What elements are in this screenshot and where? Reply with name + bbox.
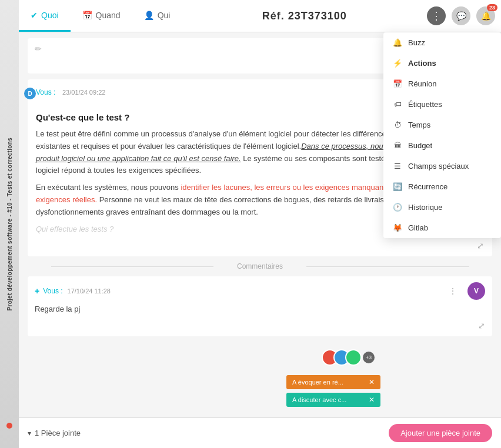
quoi-check-icon: ✔ xyxy=(31,11,38,20)
qui-user-icon: 👤 xyxy=(144,11,154,20)
tab-quoi[interactable]: ✔ Quoi xyxy=(19,0,71,32)
tab-qui-label: Qui xyxy=(158,11,171,20)
menu-reunion-label: Réunion xyxy=(408,79,436,88)
main-container: ✔ Quoi 📅 Quand 👤 Qui Réf. 23T373100 ⋮ 💬 … xyxy=(19,0,501,448)
lightning-icon: ⚡ xyxy=(393,59,402,68)
menu-actions-label: Actions xyxy=(408,59,436,68)
notif-close-1[interactable]: ✕ xyxy=(369,378,375,386)
bell-menu-icon: 🔔 xyxy=(393,38,402,47)
calendar-menu-icon: 📅 xyxy=(393,79,402,88)
comment-right: ⋮ V xyxy=(449,282,485,300)
notification-badge: 23 xyxy=(487,4,497,11)
list-icon: ☰ xyxy=(393,162,402,170)
sidebar-label: Projet développement software - #10 - Te… xyxy=(6,135,13,313)
comment-author: Vous : xyxy=(43,287,62,295)
dropdown-menu: 🔔 Buzz ⚡ Actions 📅 Réunion 🏷 Étiquettes … xyxy=(383,32,501,238)
notif-close-2[interactable]: ✕ xyxy=(369,396,375,404)
menu-item-gitlab[interactable]: 🦊 Gitlab xyxy=(383,218,501,238)
tab-quand[interactable]: 📅 Quand xyxy=(71,0,132,32)
menu-temps-label: Temps xyxy=(408,121,430,129)
comments-label: Commentaires xyxy=(237,262,283,270)
sidebar: Projet développement software - #10 - Te… xyxy=(0,0,19,448)
tab-quand-label: Quand xyxy=(96,11,121,20)
post-author: Vous : xyxy=(36,88,55,96)
menu-item-historique[interactable]: 🕐 Historique xyxy=(383,197,501,218)
comment-avatar: V xyxy=(467,282,485,300)
avatars-group: +3 xyxy=(326,349,375,366)
budget-icon: 🏛 xyxy=(393,141,402,150)
menu-item-buzz[interactable]: 🔔 Buzz xyxy=(383,32,501,53)
menu-item-budget[interactable]: 🏛 Budget xyxy=(383,135,501,156)
bell-icon: 🔔 xyxy=(481,11,491,21)
menu-item-reunion[interactable]: 📅 Réunion xyxy=(383,73,501,94)
chat-button[interactable]: 💬 xyxy=(452,6,470,25)
notif-label-2: A discuter avec c... xyxy=(292,396,346,403)
comment-author-section: + Vous : 17/10/24 11:28 xyxy=(35,286,111,296)
comment-card: + Vous : 17/10/24 11:28 ⋮ V Regarde la p… xyxy=(28,276,492,336)
post-author-section: Vous : 23/01/24 09:22 xyxy=(36,88,105,96)
notification-tag-2[interactable]: A discuter avec c... ✕ xyxy=(286,393,380,407)
bottom-bar: ▾ 1 Pièce jointe Ajouter une pièce joint… xyxy=(19,417,501,448)
attachment-label: 1 Pièce jointe xyxy=(35,429,81,437)
post-footer: ⤢ xyxy=(36,241,484,250)
notification-button[interactable]: 🔔 23 xyxy=(476,6,495,25)
avatar-3 xyxy=(345,349,362,366)
chevron-icon: ▾ xyxy=(28,429,31,437)
tag-icon: 🏷 xyxy=(393,100,402,109)
quand-calendar-icon: 📅 xyxy=(82,11,92,20)
menu-item-actions[interactable]: ⚡ Actions xyxy=(383,53,501,73)
chat-icon: 💬 xyxy=(456,11,466,21)
notif-label-1: A évoquer en ré... xyxy=(292,379,343,386)
gitlab-icon: 🦊 xyxy=(393,223,402,232)
tab-qui[interactable]: 👤 Qui xyxy=(132,0,182,32)
clock-icon: ⏱ xyxy=(393,121,402,129)
comment-plus-icon: + xyxy=(35,286,39,296)
comment-time: 17/10/24 11:28 xyxy=(68,287,111,295)
header-actions: ⋮ 💬 🔔 23 xyxy=(427,6,501,25)
sidebar-dot xyxy=(6,423,12,429)
comments-separator: Commentaires xyxy=(28,262,492,270)
menu-recurrence-label: Récurrence xyxy=(408,182,447,191)
post-badge-d: D xyxy=(24,88,36,99)
menu-item-etiquettes[interactable]: 🏷 Étiquettes xyxy=(383,94,501,115)
pencil-icon[interactable]: ✏ xyxy=(35,44,42,54)
post-time: 23/01/24 09:22 xyxy=(62,89,105,96)
menu-etiquettes-label: Étiquettes xyxy=(408,100,442,109)
add-attachment-button[interactable]: Ajouter une pièce jointe xyxy=(389,424,492,442)
menu-buzz-label: Buzz xyxy=(408,38,425,47)
menu-historique-label: Historique xyxy=(408,203,443,212)
menu-champs-label: Champs spéciaux xyxy=(408,162,469,170)
history-icon: 🕐 xyxy=(393,203,402,212)
menu-gitlab-label: Gitlab xyxy=(408,223,428,232)
attachment-toggle[interactable]: ▾ 1 Pièce jointe xyxy=(28,429,81,437)
menu-budget-label: Budget xyxy=(408,141,432,150)
header: ✔ Quoi 📅 Quand 👤 Qui Réf. 23T373100 ⋮ 💬 … xyxy=(19,0,501,32)
avatar-overflow-badge: +3 xyxy=(363,352,375,363)
more-button[interactable]: ⋮ xyxy=(427,6,446,25)
tab-quoi-label: Quoi xyxy=(41,11,59,20)
notification-tags: A évoquer en ré... ✕ A discuter avec c..… xyxy=(286,375,380,407)
menu-item-champs[interactable]: ☰ Champs spéciaux xyxy=(383,156,501,176)
expand-post-icon[interactable]: ⤢ xyxy=(477,241,484,250)
comment-footer: ⤢ xyxy=(35,321,485,330)
comment-text: Regarde la pj xyxy=(35,303,485,315)
comment-header: + Vous : 17/10/24 11:28 ⋮ V xyxy=(35,282,485,300)
expand-comment-icon[interactable]: ⤢ xyxy=(478,321,485,330)
menu-item-recurrence[interactable]: 🔄 Récurrence xyxy=(383,176,501,197)
comment-menu-button[interactable]: ⋮ xyxy=(449,286,457,296)
notification-tag-1[interactable]: A évoquer en ré... ✕ xyxy=(286,375,380,389)
recurrence-icon: 🔄 xyxy=(393,182,402,191)
menu-item-temps[interactable]: ⏱ Temps xyxy=(383,115,501,135)
reference-title: Réf. 23T373100 xyxy=(182,10,427,22)
